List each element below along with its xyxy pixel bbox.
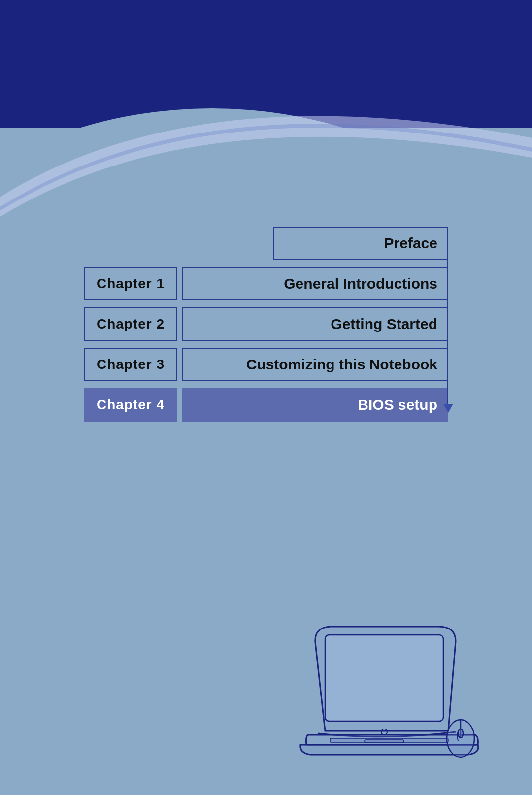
chapter-row-2[interactable]: Chapter 2 Getting Started [84, 307, 448, 341]
chapter-row-3[interactable]: Chapter 3 Customizing this Notebook [84, 348, 448, 381]
toc-container: Preface Chapter 1 General Introductions … [84, 227, 448, 429]
chapter-4-number[interactable]: Chapter 4 [84, 388, 177, 422]
preface-label: Preface [384, 235, 437, 252]
chapter-1-number[interactable]: Chapter 1 [84, 267, 177, 300]
chapter-row-4[interactable]: Chapter 4 BIOS setup [84, 388, 448, 422]
toc-wrapper: Preface Chapter 1 General Introductions … [84, 227, 448, 422]
arrow-down-icon [443, 404, 453, 413]
chapter-1-title[interactable]: General Introductions [182, 267, 448, 300]
vertical-line [447, 227, 448, 404]
preface-box[interactable]: Preface [273, 227, 448, 260]
svg-rect-3 [365, 740, 404, 743]
preface-row[interactable]: Preface [84, 227, 448, 260]
laptop-illustration [286, 613, 493, 770]
chapter-row-1[interactable]: Chapter 1 General Introductions [84, 267, 448, 300]
svg-rect-1 [325, 635, 443, 721]
chapter-3-number[interactable]: Chapter 3 [84, 348, 177, 381]
chapter-3-title[interactable]: Customizing this Notebook [182, 348, 448, 381]
svg-point-6 [458, 729, 463, 738]
chapter-2-number[interactable]: Chapter 2 [84, 307, 177, 341]
chapter-2-title[interactable]: Getting Started [182, 307, 448, 341]
chapter-4-title[interactable]: BIOS setup [182, 388, 448, 422]
